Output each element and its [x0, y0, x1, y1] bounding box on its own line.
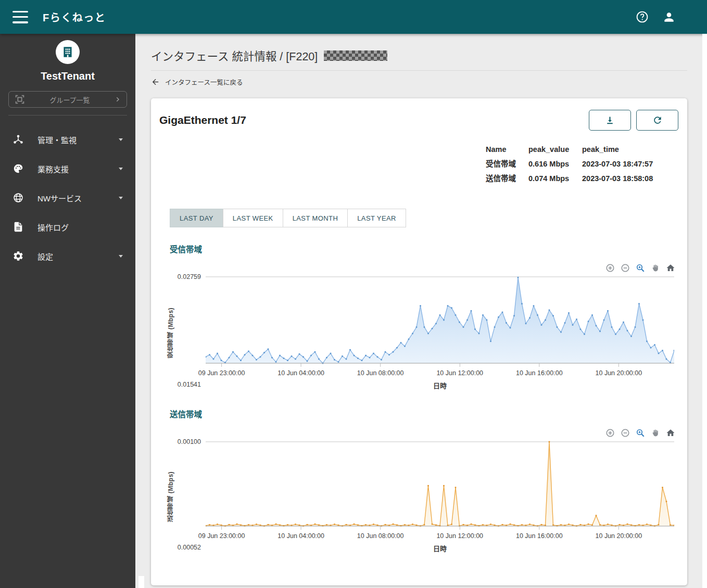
sidebar-nav: 管理・監視 業務支援 NWサービス — [0, 125, 135, 271]
peak-table-cell: 受信帯域 — [486, 157, 528, 171]
refresh-button[interactable] — [636, 110, 678, 131]
receive-chart-canvas[interactable] — [206, 275, 674, 368]
document-icon — [12, 221, 24, 233]
back-link-label: インタフェース一覧に戻る — [165, 77, 243, 87]
x-tick-label: 10 Jun 04:00:00 — [277, 369, 324, 377]
sidebar-item-sousa-log[interactable]: 操作ログ — [0, 212, 135, 241]
range-tabs: LAST DAY LAST WEEK LAST MONTH LAST YEAR — [170, 209, 687, 227]
tab-last-month[interactable]: LAST MONTH — [283, 209, 348, 227]
zoom-out-icon[interactable] — [621, 263, 630, 273]
peak-table-cell: 2023-07-03 18:58:08 — [582, 171, 673, 186]
chart-modebar — [151, 428, 675, 438]
tenant-avatar — [56, 40, 80, 64]
y-axis-title: 送信帯域 (Mbps) — [166, 471, 175, 521]
zoom-in-icon[interactable] — [605, 428, 615, 438]
x-tick-label: 09 Jun 23:00:00 — [198, 369, 245, 377]
sidebar-item-label: 業務支援 — [37, 163, 69, 174]
statistics-card: GigaEthernet 1/7 Name peak_value — [151, 98, 687, 585]
sidebar-item-nw-service[interactable]: NWサービス — [0, 183, 135, 212]
sidebar-item-label: 管理・監視 — [37, 134, 77, 145]
x-tick-label: 09 Jun 23:00:00 — [198, 532, 245, 540]
sidebar-item-label: 操作ログ — [37, 222, 69, 233]
sidebar: TestTenant グループ一覧 管理・監視 業 — [0, 34, 135, 588]
x-tick-label: 10 Jun 16:00:00 — [516, 369, 563, 377]
peak-table-cell: 0.616 Mbps — [528, 157, 582, 171]
y-tick-label: 0.00052 — [178, 544, 201, 551]
x-tick-labels: 09 Jun 23:00:0010 Jun 04:00:0010 Jun 08:… — [206, 369, 674, 378]
interface-name: GigaEthernet 1/7 — [159, 114, 246, 126]
transmit-chart-section: 送信帯域 0.00100 0.00052 送信帯域 (Mbps) 09 Jun … — [151, 408, 687, 553]
x-tick-label: 10 Jun 20:00:00 — [596, 369, 642, 377]
transmit-chart-title: 送信帯域 — [170, 408, 687, 419]
peak-table-header: Name — [486, 142, 528, 157]
page-title-text: インタフェース 統計情報 / [F220] — [151, 47, 318, 63]
page-title: インタフェース 統計情報 / [F220] — [151, 47, 707, 63]
chart-modebar — [151, 263, 675, 273]
hamburger-menu-icon[interactable] — [12, 11, 28, 23]
peak-table: Name peak_value peak_time 受信帯域 0.616 Mbp… — [486, 142, 673, 186]
refresh-icon — [652, 115, 663, 125]
zoom-in-icon[interactable] — [605, 263, 615, 273]
back-to-interface-list-link[interactable]: インタフェース一覧に戻る — [151, 77, 243, 87]
peak-table-cell: 2023-07-03 18:47:57 — [582, 157, 673, 171]
box-zoom-icon[interactable] — [636, 263, 645, 273]
receive-chart-title: 受信帯域 — [170, 243, 687, 254]
arrow-back-icon — [151, 78, 160, 86]
x-tick-label: 10 Jun 08:00:00 — [357, 369, 404, 377]
sidebar-item-kanri-kanshi[interactable]: 管理・監視 — [0, 125, 135, 154]
x-tick-labels: 09 Jun 23:00:0010 Jun 04:00:0010 Jun 08:… — [206, 532, 674, 541]
help-icon[interactable] — [636, 10, 649, 23]
sidebar-divider — [8, 115, 127, 116]
caret-down-icon — [119, 197, 123, 199]
app-header: Fらくねっと — [0, 0, 707, 34]
user-icon[interactable] — [662, 10, 676, 24]
home-icon[interactable] — [666, 263, 675, 273]
palette-icon — [12, 163, 24, 174]
tab-last-week[interactable]: LAST WEEK — [223, 209, 283, 227]
tenant-name: TestTenant — [0, 70, 135, 82]
y-tick-label: 0.00100 — [178, 438, 201, 445]
sidebar-item-label: NWサービス — [37, 193, 82, 203]
zoom-out-icon[interactable] — [621, 428, 630, 438]
receive-chart-section: 受信帯域 0.02759 0.01541 受信帯域 (Mbps) 09 Jun … — [151, 243, 687, 390]
vertical-scrollbar-track[interactable] — [702, 34, 707, 588]
sidebar-item-gyomu-shien[interactable]: 業務支援 — [0, 154, 135, 183]
globe-icon — [12, 192, 24, 203]
scrollbar-thumb[interactable] — [138, 576, 144, 588]
hub-icon — [12, 134, 24, 145]
group-icon — [14, 94, 26, 105]
y-tick-label: 0.01541 — [178, 381, 201, 388]
group-list-button[interactable]: グループ一覧 — [8, 91, 127, 108]
main-content: インタフェース 統計情報 / [F220] インタフェース一覧に戻る GigaE… — [135, 34, 707, 588]
download-icon — [604, 115, 615, 126]
x-tick-label: 10 Jun 12:00:00 — [436, 532, 483, 540]
download-button[interactable] — [589, 110, 631, 131]
x-tick-label: 10 Jun 08:00:00 — [357, 532, 404, 540]
pan-icon[interactable] — [651, 428, 660, 438]
app-title: Fらくねっと — [43, 9, 106, 24]
tab-last-day[interactable]: LAST DAY — [170, 209, 223, 227]
x-tick-label: 10 Jun 04:00:00 — [277, 532, 324, 540]
peak-table-header: peak_value — [528, 142, 582, 157]
peak-table-cell: 送信帯域 — [486, 171, 528, 186]
y-tick-label: 0.02759 — [178, 273, 201, 280]
building-icon — [61, 45, 74, 59]
tab-last-year[interactable]: LAST YEAR — [347, 209, 406, 227]
x-axis-title: 日時 — [206, 380, 674, 390]
home-icon[interactable] — [666, 428, 675, 438]
x-tick-label: 10 Jun 12:00:00 — [436, 369, 483, 377]
peak-table-cell: 0.074 Mbps — [528, 171, 582, 186]
x-axis-title: 日時 — [206, 543, 674, 553]
sidebar-item-settings[interactable]: 設定 — [0, 241, 135, 271]
peak-table-header: peak_time — [582, 142, 673, 157]
x-tick-label: 10 Jun 16:00:00 — [516, 532, 563, 540]
caret-down-icon — [119, 255, 123, 258]
title-divider — [151, 70, 687, 71]
pan-icon[interactable] — [651, 263, 660, 273]
box-zoom-icon[interactable] — [636, 428, 645, 438]
group-list-label: グループ一覧 — [26, 95, 114, 105]
gear-icon — [12, 250, 24, 262]
caret-down-icon — [119, 168, 123, 170]
y-axis-title: 受信帯域 (Mbps) — [166, 308, 175, 357]
transmit-chart-canvas[interactable] — [206, 440, 674, 531]
